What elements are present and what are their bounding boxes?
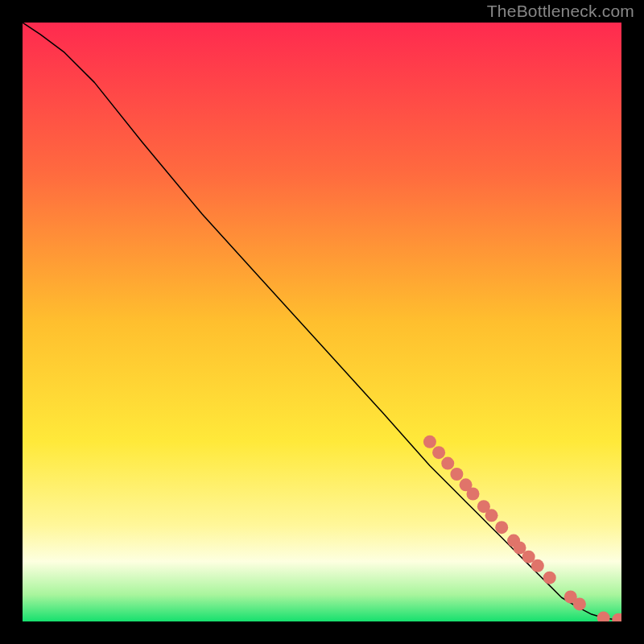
marker-point — [466, 488, 479, 501]
marker-point — [531, 559, 544, 572]
marker-point — [441, 457, 454, 470]
figure-stage: TheBottleneck.com — [0, 0, 644, 644]
watermark-label: TheBottleneck.com — [487, 2, 634, 21]
marker-point — [495, 521, 508, 534]
marker-point — [450, 468, 463, 481]
marker-point — [485, 509, 498, 522]
plot-svg — [23, 23, 621, 621]
plot-area — [23, 23, 621, 621]
marker-point — [423, 436, 436, 448]
marker-point — [432, 446, 445, 459]
marker-point — [543, 572, 556, 584]
marker-point — [573, 597, 586, 610]
gradient-background — [23, 23, 621, 621]
